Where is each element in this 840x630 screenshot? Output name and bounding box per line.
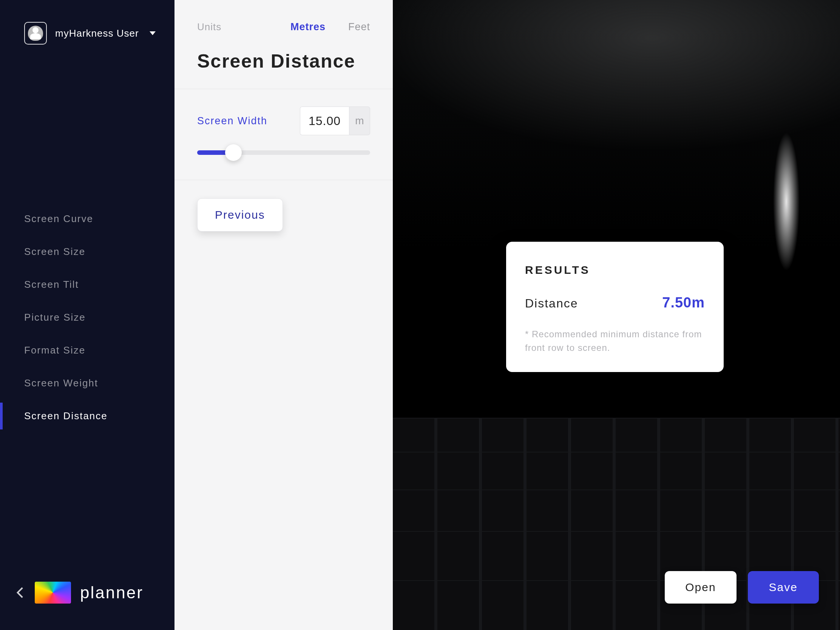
unit-suffix: m: [349, 106, 370, 135]
settings-panel: Units Metres Feet Screen Distance Screen…: [175, 0, 393, 630]
seat-row: [393, 452, 840, 489]
screen-width-slider[interactable]: [197, 148, 370, 157]
app-name: planner: [80, 583, 144, 602]
panel-body: Screen Width m: [175, 89, 393, 180]
seat-row: [393, 418, 840, 452]
caret-down-icon: [150, 32, 156, 35]
preview-viewport: RESULTS Distance 7.50m * Recommended min…: [393, 0, 840, 630]
field-label: Screen Width: [197, 115, 267, 127]
screen-width-field: Screen Width m: [197, 106, 370, 135]
screen-width-input[interactable]: [300, 106, 349, 135]
nav-item-screen-distance[interactable]: Screen Distance: [0, 399, 175, 433]
sidebar: myHarkness User Screen Curve Screen Size…: [0, 0, 175, 630]
results-value: 7.50m: [662, 295, 705, 311]
nav-item-format-size[interactable]: Format Size: [0, 334, 175, 367]
nav-item-screen-tilt[interactable]: Screen Tilt: [0, 268, 175, 301]
nav-list: Screen Curve Screen Size Screen Tilt Pic…: [0, 202, 175, 433]
nav-item-picture-size[interactable]: Picture Size: [0, 301, 175, 334]
save-button[interactable]: Save: [748, 571, 819, 603]
seat-row: [393, 489, 840, 531]
open-button[interactable]: Open: [665, 571, 736, 603]
results-note: * Recommended minimum distance from fron…: [525, 327, 705, 355]
results-card: RESULTS Distance 7.50m * Recommended min…: [506, 242, 724, 372]
unit-option-feet[interactable]: Feet: [348, 21, 370, 33]
results-heading: RESULTS: [525, 264, 705, 276]
unit-option-metres[interactable]: Metres: [291, 21, 325, 33]
avatar: [24, 22, 47, 44]
nav-item-screen-size[interactable]: Screen Size: [0, 235, 175, 268]
viewport-actions: Open Save: [665, 571, 819, 603]
nav-footer: planner: [18, 582, 144, 603]
results-row: Distance 7.50m: [525, 295, 705, 311]
person-icon: [28, 26, 43, 41]
user-menu[interactable]: myHarkness User: [0, 0, 175, 44]
panel-title: Screen Distance: [197, 50, 370, 72]
previous-button[interactable]: Previous: [197, 198, 283, 232]
nav-item-screen-weight[interactable]: Screen Weight: [0, 367, 175, 399]
panel-actions: Previous: [175, 180, 393, 249]
nav-item-screen-curve[interactable]: Screen Curve: [0, 202, 175, 235]
panel-header: Units Metres Feet Screen Distance: [175, 0, 393, 89]
results-label: Distance: [525, 297, 578, 311]
input-group: m: [300, 106, 370, 135]
units-row: Units Metres Feet: [197, 21, 370, 33]
units-label: Units: [197, 21, 221, 33]
back-icon[interactable]: [17, 587, 27, 598]
user-name: myHarkness User: [55, 28, 139, 39]
logo-icon: [35, 582, 71, 603]
slider-thumb[interactable]: [225, 144, 242, 161]
